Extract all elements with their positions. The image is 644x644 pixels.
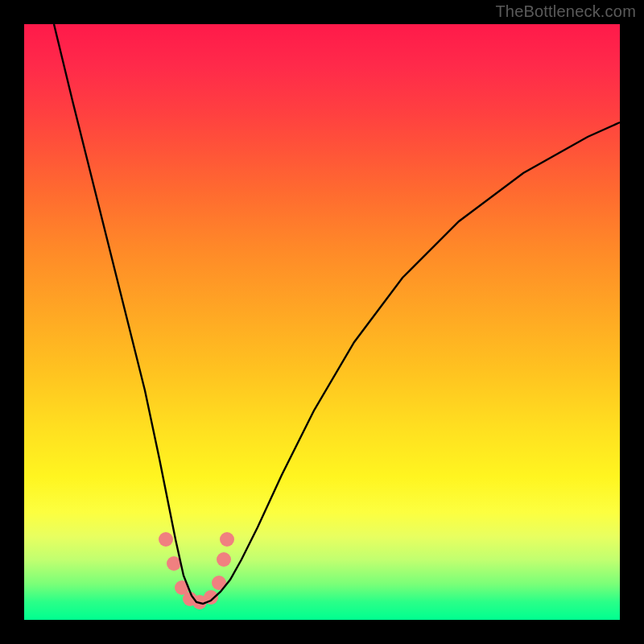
marker-dot bbox=[159, 532, 173, 547]
chart-frame: TheBottleneck.com bbox=[0, 0, 644, 644]
watermark-text: TheBottleneck.com bbox=[495, 2, 636, 21]
bottleneck-curve bbox=[54, 24, 620, 604]
bottleneck-curve-svg bbox=[24, 24, 620, 620]
marker-dots-group bbox=[159, 532, 234, 609]
marker-dot bbox=[220, 532, 234, 547]
marker-dot bbox=[217, 552, 231, 567]
plot-area bbox=[24, 24, 620, 620]
